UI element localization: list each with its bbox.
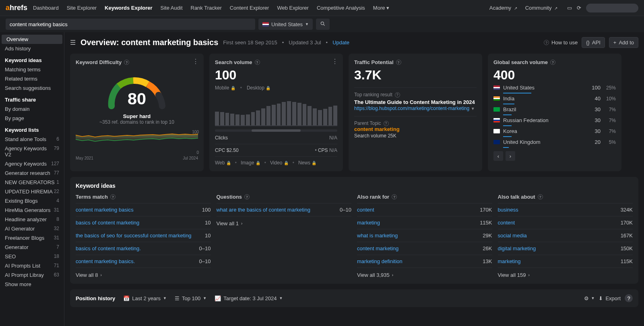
logo[interactable]: ahrefs <box>6 4 27 12</box>
sv-tab-video[interactable]: Video 🔒 <box>270 160 289 166</box>
nav-link-academy[interactable]: Academy ↗ <box>489 5 517 11</box>
ki-keyword-link[interactable]: marketing <box>498 258 521 264</box>
sidebar-item[interactable]: Show more <box>0 280 64 289</box>
ki-keyword-link[interactable]: marketing definition <box>357 258 402 264</box>
help-icon[interactable]: ? <box>244 194 250 199</box>
gv-row[interactable]: India4010% <box>493 93 616 104</box>
hamburger-icon[interactable]: ☰ <box>70 39 76 46</box>
nav-link-community[interactable]: Community ↗ <box>525 5 557 11</box>
ki-keyword-link[interactable]: content marketing basics. <box>76 258 135 264</box>
sidebar-item[interactable]: Agency Keywords V279 <box>0 144 64 159</box>
sidebar-item[interactable]: Stand alone Tools6 <box>0 135 64 144</box>
help-icon[interactable]: ? <box>255 60 260 65</box>
nav-link-content-explorer[interactable]: Content Explorer <box>230 5 269 11</box>
sidebar-item[interactable]: UPDATED HIREMIA22 <box>0 187 64 196</box>
api-button[interactable]: {}API <box>582 37 605 48</box>
sidebar-item[interactable]: Headline analyzer8 <box>0 215 64 224</box>
device-icon[interactable]: ▭ <box>567 5 572 11</box>
sidebar-item[interactable]: Freelancer Blogs31 <box>0 233 64 243</box>
refresh-icon[interactable]: ⟳ <box>577 5 581 11</box>
sv-tab-web[interactable]: Web 🔒 <box>215 160 231 166</box>
sidebar-item[interactable]: Agency Keywords127 <box>0 159 64 168</box>
view-all-link[interactable]: View all 3,935 › <box>357 268 492 278</box>
ph-period[interactable]: 📅Last 2 years ▼ <box>123 295 167 301</box>
help-fab-icon[interactable]: ? <box>625 294 633 302</box>
account-pill[interactable] <box>586 4 638 12</box>
ki-keyword-link[interactable]: the basics of seo for successful content… <box>76 233 192 239</box>
help-icon[interactable]: ? <box>110 194 116 199</box>
ki-keyword-link[interactable]: content <box>498 220 515 226</box>
ki-keyword-link[interactable]: marketing <box>357 220 380 226</box>
help-icon[interactable]: ? <box>550 60 555 65</box>
nav-link-keywords-explorer[interactable]: Keywords Explorer <box>105 5 153 11</box>
sidebar-item[interactable]: Related terms <box>0 74 64 83</box>
gv-next-button[interactable]: › <box>506 151 515 161</box>
gv-row[interactable]: Brazil307% <box>493 104 616 115</box>
ki-keyword-link[interactable]: content <box>357 207 374 213</box>
country-selector[interactable]: United States ▼ <box>258 19 313 30</box>
parent-topic-link[interactable]: content marketing <box>354 126 400 132</box>
help-icon[interactable]: ? <box>538 194 543 199</box>
gv-row[interactable]: Korea307% <box>493 126 616 137</box>
help-icon[interactable]: ? <box>392 194 397 199</box>
help-icon[interactable]: ? <box>124 60 129 65</box>
ki-keyword-link[interactable]: business <box>498 207 518 213</box>
search-button[interactable] <box>316 19 330 30</box>
chevron-down-icon[interactable]: ▼ <box>471 106 475 111</box>
add-to-button[interactable]: +Add to <box>609 37 638 48</box>
sidebar-item[interactable]: By domain <box>0 104 64 114</box>
gv-prev-button[interactable]: ‹ <box>493 151 503 161</box>
help-icon[interactable]: ? <box>395 92 400 98</box>
sidebar-item[interactable]: By page <box>0 114 64 123</box>
sv-tab-news[interactable]: News 🔒 <box>298 160 316 166</box>
ki-keyword-link[interactable]: content marketing basics <box>76 207 134 213</box>
ph-target[interactable]: 📈Target date: 3 Jul 2024 ▼ <box>215 295 283 301</box>
gv-row[interactable]: United States10025% <box>493 83 616 93</box>
sidebar-item[interactable]: SEO18 <box>0 252 64 261</box>
ki-keyword-link[interactable]: what is marketing <box>357 233 398 239</box>
sv-tab-image[interactable]: Image 🔒 <box>241 160 260 166</box>
sidebar-item[interactable]: Generator7 <box>0 243 64 252</box>
ki-keyword-link[interactable]: basics of content marketing. <box>76 245 141 251</box>
sidebar-item[interactable]: AI Prompts List71 <box>0 261 64 270</box>
view-all-link[interactable]: View all 8 › <box>76 268 211 278</box>
ph-settings[interactable]: ⚙▼ <box>584 295 595 301</box>
nav-link-dashboard[interactable]: Dashboard <box>33 5 59 11</box>
gv-row[interactable]: Russian Federation307% <box>493 115 616 126</box>
sv-desktop[interactable]: Desktop 🔒 <box>247 85 270 91</box>
tp-top-title[interactable]: The Ultimate Guide to Content Marketing … <box>354 99 477 105</box>
nav-link-web-explorer[interactable]: Web Explorer <box>277 5 309 11</box>
sidebar-item[interactable]: Search suggestions <box>0 83 64 93</box>
view-all-link[interactable]: View all 1 › <box>217 216 352 226</box>
ph-top[interactable]: ☰Top 100 ▼ <box>175 295 206 301</box>
sidebar-item[interactable]: Matching terms <box>0 65 64 74</box>
ki-keyword-link[interactable]: social media <box>498 233 527 239</box>
sidebar-item[interactable]: AI Prompt Libray63 <box>0 270 64 280</box>
sidebar-item[interactable]: Generator research77 <box>0 168 64 178</box>
sidebar-item[interactable]: AI Generator32 <box>0 224 64 233</box>
how-to-use-link[interactable]: ?How to use <box>544 39 578 46</box>
ki-keyword-link[interactable]: basics of content marketing <box>76 220 139 226</box>
update-link[interactable]: Update <box>332 39 349 46</box>
view-all-link[interactable]: View all 159 › <box>498 268 633 278</box>
sidebar-item[interactable]: Existing Blogs4 <box>0 196 64 206</box>
nav-link-competitive-analysis[interactable]: Competitive Analysis <box>317 5 365 11</box>
ph-export[interactable]: ⬇Export <box>599 295 621 301</box>
help-icon[interactable]: ? <box>384 121 389 126</box>
tp-top-url[interactable]: https://blog.hubspot.com/marketing/conte… <box>354 106 469 111</box>
nav-link-site-explorer[interactable]: Site Explorer <box>67 5 97 11</box>
sidebar-item-ads-history[interactable]: Ads history <box>0 44 64 53</box>
sidebar-item[interactable]: NEW GENERATORS1 <box>0 178 64 187</box>
gv-row[interactable]: United Kingdom205% <box>493 137 616 148</box>
nav-link-site-audit[interactable]: Site Audit <box>161 5 183 11</box>
ki-keyword-link[interactable]: digital marketing <box>498 245 536 251</box>
ki-keyword-link[interactable]: content marketing <box>357 245 398 251</box>
card-menu-icon[interactable]: ⋮ <box>332 58 338 65</box>
sv-mobile[interactable]: Mobile 🔒 <box>215 85 235 91</box>
keyword-search-input[interactable] <box>6 19 255 30</box>
help-icon[interactable]: ? <box>396 60 401 65</box>
ki-keyword-link[interactable]: what are the basics of content marketing <box>217 207 310 213</box>
nav-link-rank-tracker[interactable]: Rank Tracker <box>191 5 222 11</box>
sidebar-item-overview[interactable]: Overview <box>2 35 62 44</box>
nav-link-more[interactable]: More ▾ <box>373 5 389 11</box>
